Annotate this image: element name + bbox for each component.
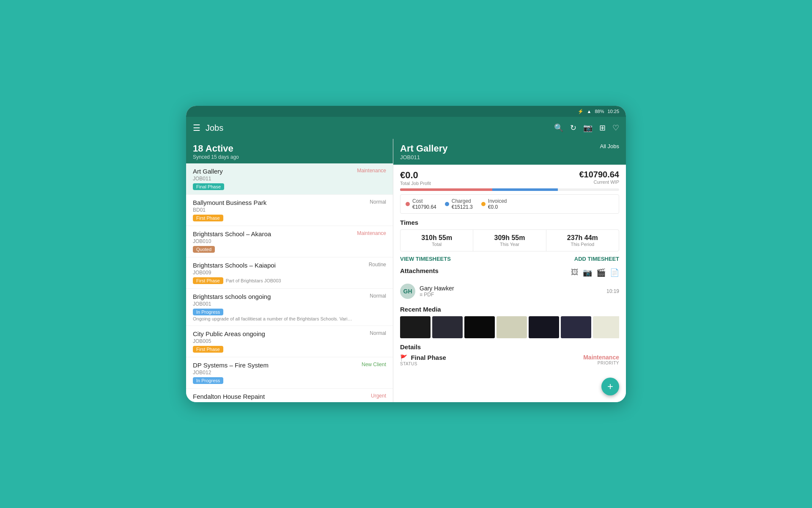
media-thumb[interactable]	[561, 316, 591, 338]
job-name: Art Gallery	[193, 168, 223, 175]
job-number: JOB011	[193, 176, 386, 182]
legend-invoiced: Invoiced €0.0	[481, 198, 507, 210]
media-thumb[interactable]	[529, 316, 559, 338]
list-item[interactable]: DP Systems – Fire System New Client JOB0…	[186, 357, 393, 389]
time-actions: VIEW TIMESHEETS ADD TIMESHEET	[400, 256, 619, 262]
time-total-label: Total	[406, 242, 468, 247]
job-name: Ballymount Business Park	[193, 199, 266, 206]
video-attach-icon[interactable]: 🎬	[596, 268, 606, 277]
wifi-icon: ▲	[587, 109, 592, 114]
current-wip-value: €10790.64	[579, 170, 619, 179]
list-header: 18 Active Synced 15 days ago	[186, 139, 393, 163]
job-name: Brightstars Schools – Kaiapoi	[193, 262, 276, 269]
job-number: JOB001	[193, 301, 386, 307]
job-tags: First Phase	[193, 346, 386, 353]
details-section: Details 🚩 Final Phase STATUS Maintenance…	[400, 343, 619, 366]
media-thumb[interactable]	[432, 316, 463, 338]
list-item[interactable]: Fendalton House Repaint Urgent	[186, 389, 393, 402]
job-type: Normal	[370, 330, 386, 336]
right-header: Art Gallery JOB011 All Jobs	[393, 139, 626, 165]
time-period-label: This Period	[551, 242, 614, 247]
time-year-cell: 309h 55m This Year	[473, 230, 546, 251]
time-year-value: 309h 55m	[478, 234, 540, 242]
attachment-item[interactable]: GH Gary Hawker ≡ PDF 10:19	[400, 281, 619, 301]
menu-button[interactable]: ☰	[193, 123, 200, 133]
priority-label: PRIORITY	[583, 361, 619, 365]
job-tag: In Progress	[193, 377, 223, 384]
image-attach-icon[interactable]: 🖼	[571, 268, 579, 277]
job-type: Normal	[370, 199, 386, 205]
list-item[interactable]: Art Gallery Maintenance JOB011 Final Pha…	[186, 163, 393, 195]
fab-add-button[interactable]: +	[601, 378, 619, 395]
grid-icon[interactable]: ⊞	[599, 123, 606, 133]
file-attach-icon[interactable]: 📄	[610, 268, 619, 277]
job-tags: In Progress	[193, 309, 386, 315]
device-frame: ⚡ ▲ 88% 10:25 ☰ Jobs 🔍 ↻ 📷 ⊞ ♡ 18 Active…	[186, 106, 626, 402]
list-item[interactable]: Brightstars schools ongoing Normal JOB00…	[186, 289, 393, 326]
job-number: BD01	[193, 207, 386, 213]
job-name: Brightstars schools ongoing	[193, 293, 271, 300]
battery-status: 88%	[595, 109, 604, 114]
top-bar-icons: 🔍 ↻ 📷 ⊞ ♡	[554, 123, 619, 133]
charged-dot	[445, 202, 449, 206]
job-name: City Public Areas ongoing	[193, 330, 265, 337]
app-title: Jobs	[206, 123, 549, 133]
progress-bar-cost	[400, 188, 492, 191]
refresh-icon[interactable]: ↻	[570, 123, 576, 133]
list-item[interactable]: City Public Areas ongoing Normal JOB005 …	[186, 326, 393, 357]
selected-job-title: Art Gallery	[400, 143, 448, 154]
camera-icon[interactable]: 📷	[583, 123, 593, 133]
heart-icon[interactable]: ♡	[612, 123, 619, 133]
time-year-label: This Year	[478, 242, 540, 247]
times-title: Times	[400, 219, 619, 226]
legend-charged: Charged €15121.3	[445, 198, 473, 210]
camera-attach-icon[interactable]: 📷	[583, 268, 592, 277]
list-item[interactable]: Brightstars School – Akaroa Maintenance …	[186, 226, 393, 257]
times-section: Times 310h 55m Total 309h 55m This Year	[400, 219, 619, 251]
synced-text: Synced 15 days ago	[193, 154, 386, 160]
add-timesheet-button[interactable]: ADD TIMESHEET	[574, 256, 619, 262]
media-thumb[interactable]	[400, 316, 431, 338]
job-type: Routine	[369, 262, 386, 268]
media-thumb[interactable]	[464, 316, 495, 338]
job-tags: Final Phase	[193, 183, 386, 190]
list-item[interactable]: Ballymount Business Park Normal BD01 Fir…	[186, 195, 393, 226]
right-panel: Art Gallery JOB011 All Jobs €0.0 Total J…	[393, 139, 626, 402]
attachment-type-label: PDF	[424, 292, 434, 298]
job-tags: First Phase	[193, 215, 386, 221]
media-thumb[interactable]	[497, 316, 527, 338]
current-wip-label: Current WIP	[579, 179, 619, 185]
job-number: JOB009	[193, 270, 386, 276]
media-thumb[interactable]	[593, 316, 619, 338]
attachments-section: Attachments 🖼 📷 🎬 📄 GH Gary Haw	[400, 267, 619, 301]
attachments-header: Attachments 🖼 📷 🎬 📄	[400, 267, 619, 278]
status-label: STATUS	[400, 362, 446, 366]
profit-section: €0.0 Total Job Profit €10790.64 Current …	[400, 170, 619, 186]
app-container: ☰ Jobs 🔍 ↻ 📷 ⊞ ♡ 18 Active Synced 15 day…	[186, 117, 626, 402]
cost-amount: €10790.64	[412, 204, 436, 210]
priority-detail: Maintenance PRIORITY	[583, 354, 619, 365]
right-content: €0.0 Total Job Profit €10790.64 Current …	[393, 165, 626, 402]
left-panel: 18 Active Synced 15 days ago Art Gallery…	[186, 139, 393, 402]
current-wip-block: €10790.64 Current WIP	[579, 170, 619, 185]
search-icon[interactable]: 🔍	[554, 123, 563, 133]
all-jobs-button[interactable]: All Jobs	[600, 143, 619, 149]
cost-label: Cost	[412, 198, 436, 204]
progress-bar	[400, 188, 619, 191]
list-item[interactable]: Brightstars Schools – Kaiapoi Routine JO…	[186, 257, 393, 289]
bluetooth-icon: ⚡	[578, 109, 584, 114]
job-tags: First Phase Part of Brightstars JOB003	[193, 277, 386, 284]
selected-job-id: JOB011	[400, 154, 448, 160]
tag-note: Part of Brightstars JOB003	[226, 278, 281, 283]
avatar: GH	[400, 284, 415, 299]
total-profit-block: €0.0 Total Job Profit	[400, 170, 431, 186]
view-timesheets-button[interactable]: VIEW TIMESHEETS	[400, 256, 451, 262]
charged-label: Charged	[452, 198, 473, 204]
time-total-cell: 310h 55m Total	[401, 230, 473, 251]
status-bar: ⚡ ▲ 88% 10:25	[186, 106, 626, 117]
time-total-value: 310h 55m	[406, 234, 468, 242]
jobs-list: Art Gallery Maintenance JOB011 Final Pha…	[186, 163, 393, 402]
job-type: Maintenance	[357, 168, 386, 174]
attachment-time: 10:19	[606, 288, 619, 294]
invoiced-dot	[481, 202, 486, 206]
